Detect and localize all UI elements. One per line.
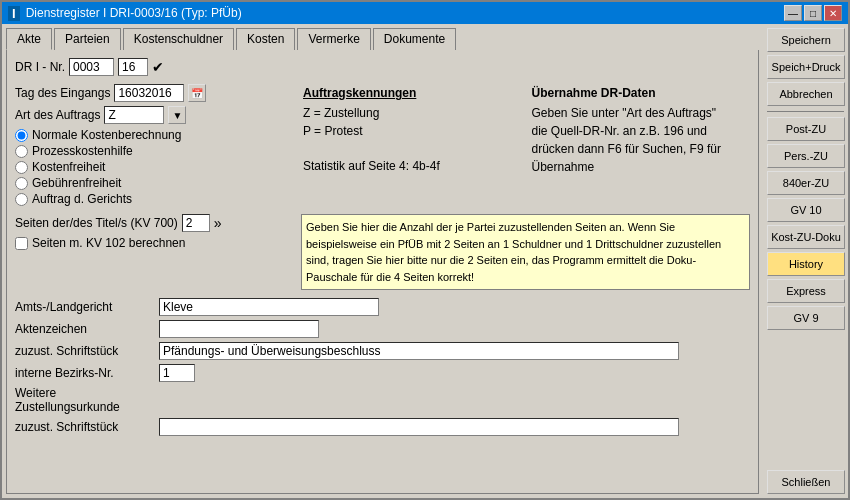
art-dropdown[interactable]: ▼ [168,106,186,124]
tabs: Akte Parteien Kostenschuldner Kosten Ver… [2,24,763,50]
dri-row: DR I - Nr. ✔ [15,58,750,76]
tab-akte[interactable]: Akte [6,28,52,50]
gv10-button[interactable]: GV 10 [767,198,845,222]
tab-kosten[interactable]: Kosten [236,28,295,50]
radio-gebuehrenfreiheit: Gebührenfreiheit [15,176,295,190]
tag-input[interactable] [114,84,184,102]
radio-normale: Normale Kostenberechnung [15,128,295,142]
upper-section: Tag des Eingangs 📅 Art des Auftrags ▼ [15,84,750,208]
seiten-kv102-checkbox[interactable] [15,237,28,250]
dri-label: DR I - Nr. [15,60,65,74]
left-col: Tag des Eingangs 📅 Art des Auftrags ▼ [15,84,295,208]
uebernahme-line0: Geben Sie unter "Art des Auftrags" [532,104,751,122]
radio-gebuehrenfreiheit-label: Gebührenfreiheit [32,176,121,190]
tab-parteien[interactable]: Parteien [54,28,121,50]
window-title: Dienstregister I DRI-0003/16 (Typ: PfÜb) [26,6,242,20]
maximize-button[interactable]: □ [804,5,822,21]
main-content: Akte Parteien Kostenschuldner Kosten Ver… [2,24,848,498]
tag-label: Tag des Eingangs [15,86,110,100]
radio-prozesskostenhilfe: Prozesskostenhilfe [15,144,295,158]
calendar-button[interactable]: 📅 [188,84,206,102]
uebernahme-line3: Übernahme [532,158,751,176]
form-row-zuzust2: zuzust. Schriftstück [15,418,750,436]
dri-input1[interactable] [69,58,114,76]
schliessen-button[interactable]: Schließen [767,470,845,494]
seiten-check-group: Seiten m. KV 102 berechnen [15,236,295,250]
zuzust2-input[interactable] [159,418,679,436]
seiten-row: Seiten der/des Titel/s (KV 700) » Seiten… [15,214,750,290]
uebernahme-line2: drücken dann F6 für Suchen, F9 für [532,140,751,158]
radio-normale-label: Normale Kostenberechnung [32,128,181,142]
art-input[interactable] [104,106,164,124]
seiten-input[interactable] [182,214,210,232]
aktenzeichen-label: Aktenzeichen [15,322,155,336]
post-zu-button[interactable]: Post-ZU [767,117,845,141]
main-window: I Dienstregister I DRI-0003/16 (Typ: PfÜ… [0,0,850,500]
window-controls: — □ ✕ [784,5,842,21]
auftragskennung-title: Auftragskennungen [303,84,522,102]
form-row-aktenzeichen: Aktenzeichen [15,320,750,338]
minimize-button[interactable]: — [784,5,802,21]
left-panel: Akte Parteien Kostenschuldner Kosten Ver… [2,24,763,498]
uebernahme-line1: die Quell-DR-Nr. an z.B. 196 und [532,122,751,140]
dri-input2[interactable] [118,58,148,76]
title-bar: I Dienstregister I DRI-0003/16 (Typ: PfÜ… [2,2,848,24]
zuzust1-input[interactable] [159,342,679,360]
form-area: DR I - Nr. ✔ Tag des Eingangs 📅 [6,50,759,494]
seiten-kv102-label: Seiten m. KV 102 berechnen [32,236,185,250]
840er-zu-button[interactable]: 840er-ZU [767,171,845,195]
kost-zu-doku-button[interactable]: Kost-ZU-Doku [767,225,845,249]
form-row-weitere: Weitere Zustellungsurkunde [15,386,750,414]
auftragskennung-box: Auftragskennungen Z = Zustellung P = Pro… [303,84,522,208]
dri-check[interactable]: ✔ [152,59,164,75]
title-bar-left: I Dienstregister I DRI-0003/16 (Typ: PfÜ… [8,6,242,21]
pers-zu-button[interactable]: Pers.-ZU [767,144,845,168]
radio-kostenfreiheit-label: Kostenfreiheit [32,160,105,174]
radio-auftrag: Auftrag d. Gerichts [15,192,295,206]
radio-kostenfreiheit: Kostenfreiheit [15,160,295,174]
right-sidebar: Speichern Speich+Druck Abbrechen Post-ZU… [763,24,848,498]
right-col: Auftragskennungen Z = Zustellung P = Pro… [303,84,750,208]
speichern-button[interactable]: Speichern [767,28,845,52]
radio-auftrag-label: Auftrag d. Gerichts [32,192,132,206]
weitere-label: Weitere Zustellungsurkunde [15,386,155,414]
auftragskennung-line3: Statistik auf Seite 4: 4b-4f [303,157,522,175]
zuzust2-label: zuzust. Schriftstück [15,420,155,434]
form-row-zuzust1: zuzust. Schriftstück [15,342,750,360]
seiten-left: Seiten der/des Titel/s (KV 700) » Seiten… [15,214,295,254]
tag-group: Tag des Eingangs 📅 [15,84,295,102]
bezirks-input[interactable] [159,364,195,382]
amtsgericht-input[interactable] [159,298,379,316]
seiten-label: Seiten der/des Titel/s (KV 700) [15,216,178,230]
express-button[interactable]: Express [767,279,845,303]
tab-kostenschuldner[interactable]: Kostenschuldner [123,28,234,50]
seiten-field-group: Seiten der/des Titel/s (KV 700) » [15,214,295,232]
bezirks-label: interne Bezirks-Nr. [15,366,155,380]
bottom-section: Amts-/Landgericht Aktenzeichen zuzust. S… [15,298,750,436]
app-icon: I [8,6,20,21]
amtsgericht-label: Amts-/Landgericht [15,300,155,314]
aktenzeichen-input[interactable] [159,320,319,338]
form-row-bezirks: interne Bezirks-Nr. [15,364,750,382]
uebernahme-box: Übernahme DR-Daten Geben Sie unter "Art … [532,84,751,208]
divider1 [767,111,844,112]
tab-dokumente[interactable]: Dokumente [373,28,456,50]
radio-prozesskostenhilfe-label: Prozesskostenhilfe [32,144,133,158]
abbrechen-button[interactable]: Abbrechen [767,82,845,106]
speich-druck-button[interactable]: Speich+Druck [767,55,845,79]
seiten-arrow: » [214,215,222,231]
sidebar-spacer [767,333,844,467]
auftragskennung-line0: Z = Zustellung [303,104,522,122]
uebernahme-title: Übernahme DR-Daten [532,84,751,102]
tab-vermerke[interactable]: Vermerke [297,28,370,50]
auftragskennung-line1: P = Protest [303,122,522,140]
form-row-amtsgericht: Amts-/Landgericht [15,298,750,316]
gv9-button[interactable]: GV 9 [767,306,845,330]
art-label: Art des Auftrags [15,108,100,122]
art-group: Art des Auftrags ▼ [15,106,295,124]
zuzust1-label: zuzust. Schriftstück [15,344,155,358]
close-button[interactable]: ✕ [824,5,842,21]
history-button[interactable]: History [767,252,845,276]
seiten-info-box: Geben Sie hier die Anzahl der je Partei … [301,214,750,290]
